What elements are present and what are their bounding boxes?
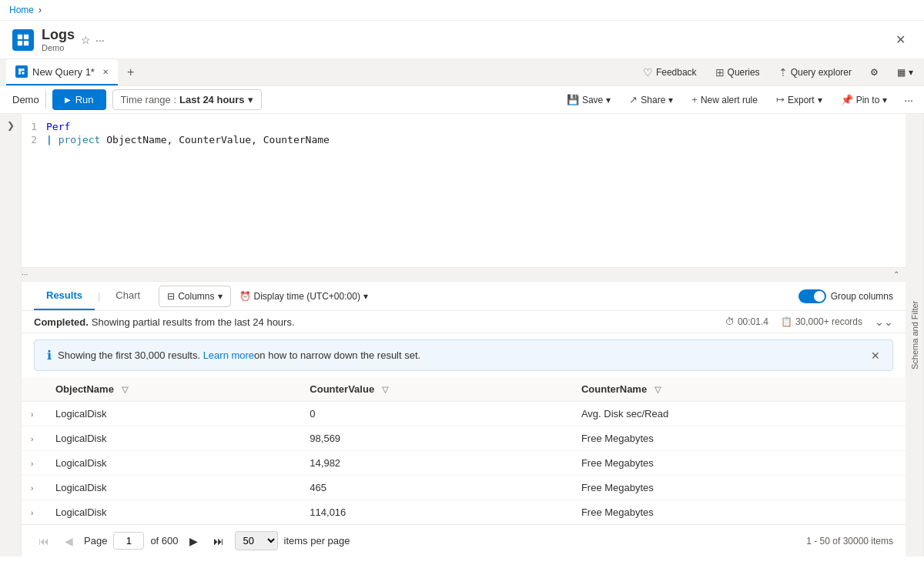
svg-rect-6 <box>18 72 21 75</box>
expand-results-button[interactable]: ⌄⌄ <box>875 316 893 328</box>
learn-more-link[interactable]: Learn more <box>203 349 254 361</box>
line-content-2: | project ObjectName, CounterValue, Coun… <box>46 134 906 145</box>
results-tabs: Results | Chart ⊟ Columns ▾ ⏰ Display ti… <box>22 282 906 311</box>
info-close-button[interactable]: ✕ <box>871 349 880 362</box>
next-page-button[interactable]: ▶ <box>185 532 203 550</box>
tab-close-button[interactable]: ✕ <box>102 68 109 76</box>
results-section: Results | Chart ⊟ Columns ▾ ⏰ Display ti… <box>22 282 906 557</box>
export-icon: ↦ <box>776 94 785 105</box>
expand-row-icon[interactable]: › <box>31 410 33 419</box>
query-explorer-button[interactable]: ⇡ Query explorer <box>774 63 856 82</box>
tab-divider: | <box>98 290 100 302</box>
queries-icon: ⊞ <box>715 66 725 79</box>
page-input[interactable] <box>113 532 144 550</box>
more-options-button[interactable]: ··· <box>899 91 918 109</box>
export-button[interactable]: ↦ Export ▾ <box>770 91 829 109</box>
pin-to-button[interactable]: 📌 Pin to ▾ <box>835 91 894 109</box>
info-message: Showing the first 30,000 results. <box>58 349 200 361</box>
cell-object-name: LogicalDisk <box>46 451 300 476</box>
more-options-icon[interactable]: ··· <box>95 34 105 46</box>
share-chevron-icon: ▾ <box>668 95 673 105</box>
per-page-select[interactable]: 50 100 200 <box>235 531 278 550</box>
svg-rect-4 <box>18 69 22 72</box>
record-count: 📋 30,000+ records <box>781 316 862 327</box>
row-expand-cell[interactable]: › <box>22 451 46 476</box>
prev-page-button[interactable]: ◀ <box>60 532 78 550</box>
columns-button[interactable]: ⊟ Columns ▾ <box>159 286 230 307</box>
columns-chevron-icon: ▾ <box>218 291 223 302</box>
view-toggle-button[interactable]: ▦ ▾ <box>892 64 918 81</box>
breadcrumb-home[interactable]: Home <box>9 5 34 15</box>
table-row[interactable]: › LogicalDisk 98,569 Free Megabytes <box>22 426 906 451</box>
row-expand-cell[interactable]: › <box>22 500 46 525</box>
line-number-2: 2 <box>22 134 46 145</box>
table-row[interactable]: › LogicalDisk 465 Free Megabytes <box>22 476 906 500</box>
breadcrumb: Home › <box>0 0 924 21</box>
row-expand-cell[interactable]: › <box>22 476 46 500</box>
last-page-button[interactable]: ⏭ <box>209 532 229 550</box>
pin-icon: 📌 <box>841 94 853 105</box>
close-button[interactable]: ✕ <box>889 29 912 50</box>
tab-new-query[interactable]: New Query 1* ✕ <box>6 59 118 85</box>
time-range-button[interactable]: Time range : Last 24 hours ▾ <box>112 89 262 110</box>
expand-row-icon[interactable]: › <box>31 509 33 517</box>
collapse-arrow-icon: ❯ <box>7 120 15 131</box>
feedback-button[interactable]: ♡ Feedback <box>638 63 701 82</box>
alert-icon: + <box>691 94 698 105</box>
tab-label: New Query 1* <box>32 66 95 78</box>
queries-button[interactable]: ⊞ Queries <box>711 63 765 82</box>
ellipsis-icon: ··· <box>22 270 28 279</box>
expand-row-icon[interactable]: › <box>31 484 33 493</box>
expand-row-icon[interactable]: › <box>31 460 33 468</box>
total-pages: of 600 <box>150 535 178 547</box>
tab-chart[interactable]: Chart <box>103 282 152 310</box>
th-expand <box>22 377 46 402</box>
table-row[interactable]: › LogicalDisk 114,016 Free Megabytes <box>22 500 906 525</box>
data-table: ObjectName ▽ CounterValue ▽ CounterName … <box>22 377 906 524</box>
left-sidebar-toggle[interactable]: ❯ <box>0 114 22 557</box>
cell-counter-value: 0 <box>300 402 572 426</box>
th-counter-name[interactable]: CounterName ▽ <box>572 377 906 402</box>
table-header: ObjectName ▽ CounterValue ▽ CounterName … <box>22 377 906 402</box>
heart-icon: ♡ <box>643 66 653 79</box>
tab-results[interactable]: Results <box>34 282 95 310</box>
code-editor[interactable]: 1 Perf 2 | project ObjectName, CounterVa… <box>22 114 906 268</box>
expand-row-icon[interactable]: › <box>31 435 33 443</box>
time-range-label: Time range : <box>121 94 177 105</box>
cell-counter-name: Free Megabytes <box>572 451 906 476</box>
settings-button[interactable]: ⚙ <box>865 64 883 81</box>
pin-chevron-icon: ▾ <box>882 95 887 105</box>
editor-collapse-bar[interactable]: ··· ⌃ <box>22 268 906 282</box>
editor-area: 1 Perf 2 | project ObjectName, CounterVa… <box>22 114 906 557</box>
display-time-button[interactable]: ⏰ Display time (UTC+00:00) ▾ <box>231 286 377 307</box>
group-columns-switch[interactable] <box>798 289 826 303</box>
save-button[interactable]: 💾 Save ▾ <box>561 91 617 109</box>
add-tab-button[interactable]: + <box>119 61 142 84</box>
cell-counter-value: 98,569 <box>300 426 572 451</box>
share-button[interactable]: ↗ Share ▾ <box>623 91 679 109</box>
toggle-knob <box>814 291 825 302</box>
first-page-button[interactable]: ⏮ <box>34 532 54 550</box>
row-expand-cell[interactable]: › <box>22 426 46 451</box>
th-counter-value[interactable]: CounterValue ▽ <box>300 377 572 402</box>
cell-object-name: LogicalDisk <box>46 500 300 525</box>
chevron-up-icon: ⌃ <box>893 270 899 279</box>
cell-counter-name: Avg. Disk sec/Read <box>572 402 906 426</box>
row-expand-cell[interactable]: › <box>22 402 46 426</box>
explorer-icon: ⇡ <box>778 66 788 79</box>
app-header: Logs Demo ☆ ··· ✕ <box>0 21 924 59</box>
th-object-name[interactable]: ObjectName ▽ <box>46 377 300 402</box>
pagination: ⏮ ◀ Page of 600 ▶ ⏭ 50 100 200 items per… <box>22 524 906 557</box>
filter-counter-name-icon[interactable]: ▽ <box>654 385 661 394</box>
table-row[interactable]: › LogicalDisk 14,982 Free Megabytes <box>22 451 906 476</box>
run-button[interactable]: ▶ Run <box>52 89 106 110</box>
columns-icon: ⊟ <box>167 291 175 302</box>
filter-object-icon[interactable]: ▽ <box>122 385 128 394</box>
schema-and-filter-sidebar[interactable]: Schema and Filter <box>906 114 924 557</box>
star-icon[interactable]: ☆ <box>81 34 91 46</box>
execution-time: ⏱ 00:01.4 <box>725 316 768 327</box>
filter-counter-value-icon[interactable]: ▽ <box>382 385 388 394</box>
table-row[interactable]: › LogicalDisk 0 Avg. Disk sec/Read <box>22 402 906 426</box>
export-chevron-icon: ▾ <box>818 95 822 105</box>
new-alert-button[interactable]: + New alert rule <box>685 91 764 109</box>
